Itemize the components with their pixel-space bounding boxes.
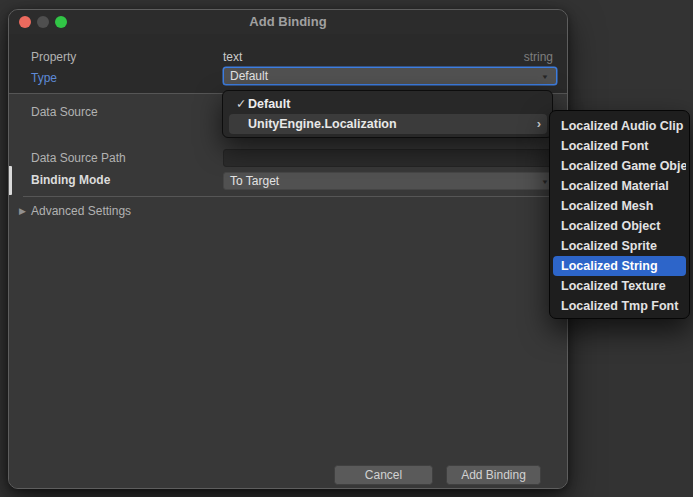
editor-background: Add Binding Property text string Type De…: [0, 0, 693, 497]
binding-mode-dropdown[interactable]: To Target ▼: [223, 172, 557, 190]
submenu-item-localized-font[interactable]: Localized Font: [553, 136, 686, 156]
menu-item-label: UnityEngine.Localization: [248, 114, 397, 134]
binding-mode-label: Binding Mode: [31, 173, 110, 187]
section-divider: [23, 196, 556, 197]
type-dropdown-value: Default: [230, 69, 268, 83]
dialog-title: Add Binding: [9, 10, 567, 34]
type-label: Type: [31, 71, 57, 85]
submenu-item-localized-sprite[interactable]: Localized Sprite: [553, 236, 686, 256]
submenu-item-localized-texture[interactable]: Localized Texture: [553, 276, 686, 296]
data-source-label: Data Source: [31, 105, 98, 119]
foldout-triangle-icon: ▶: [19, 206, 26, 216]
property-label: Property: [31, 50, 76, 64]
add-binding-dialog: Add Binding Property text string Type De…: [8, 9, 568, 489]
property-type-hint: string: [524, 50, 553, 64]
property-value: text: [223, 50, 242, 64]
submenu-item-localized-tmp-font[interactable]: Localized Tmp Font: [553, 296, 686, 316]
property-section: [9, 34, 567, 94]
property-override-indicator: [9, 166, 12, 195]
add-binding-button[interactable]: Add Binding: [446, 465, 541, 485]
data-source-path-label: Data Source Path: [31, 151, 126, 165]
localization-type-submenu: Localized Audio Clip Localized Font Loca…: [549, 110, 690, 319]
submenu-item-localized-string[interactable]: Localized String: [553, 256, 686, 276]
submenu-item-localized-material[interactable]: Localized Material: [553, 176, 686, 196]
chevron-right-icon: ›: [537, 114, 541, 134]
chevron-down-icon: ▼: [541, 73, 549, 80]
binding-mode-value: To Target: [230, 174, 279, 188]
chevron-down-icon: ▼: [541, 178, 549, 185]
submenu-item-localized-mesh[interactable]: Localized Mesh: [553, 196, 686, 216]
menu-item-default[interactable]: ✓ Default: [223, 94, 552, 114]
checkmark-icon: ✓: [236, 94, 246, 114]
dialog-titlebar[interactable]: Add Binding: [9, 10, 567, 34]
menu-item-unityengine-localization[interactable]: UnityEngine.Localization ›: [223, 114, 552, 134]
cancel-button[interactable]: Cancel: [334, 465, 433, 485]
advanced-settings-foldout[interactable]: Advanced Settings: [31, 204, 131, 218]
submenu-item-localized-game-object[interactable]: Localized Game Object: [553, 156, 686, 176]
data-source-path-input[interactable]: [223, 149, 557, 167]
submenu-item-localized-object[interactable]: Localized Object: [553, 216, 686, 236]
menu-item-label: Default: [248, 94, 290, 114]
type-dropdown[interactable]: Default ▼: [223, 67, 557, 85]
type-dropdown-popup: ✓ Default UnityEngine.Localization ›: [222, 90, 553, 138]
submenu-item-localized-audio-clip[interactable]: Localized Audio Clip: [553, 116, 686, 136]
